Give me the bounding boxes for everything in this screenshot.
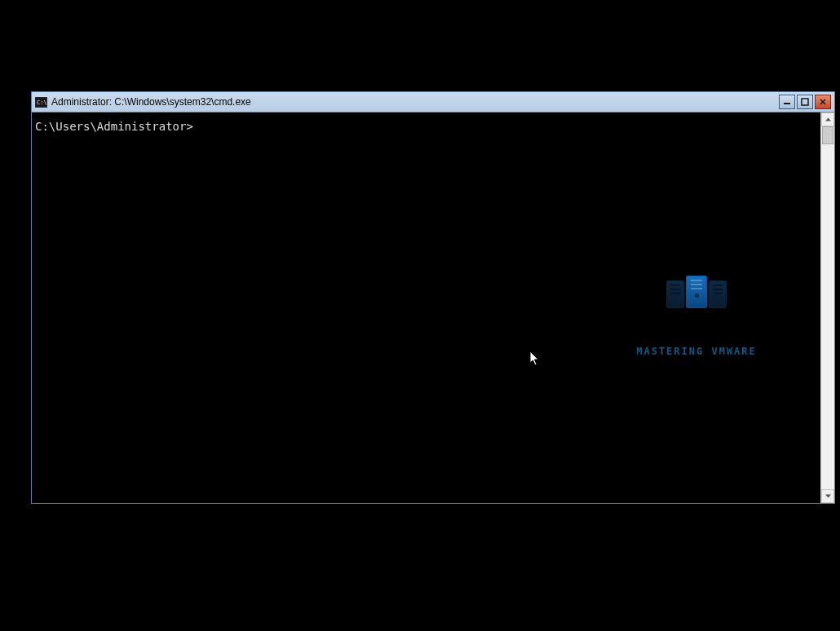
minimize-button[interactable] — [779, 95, 795, 109]
scroll-down-button[interactable] — [821, 489, 834, 503]
mouse-cursor-icon — [461, 336, 472, 352]
maximize-button[interactable] — [797, 95, 813, 109]
minimize-icon — [783, 98, 791, 106]
server-rack-icon — [603, 276, 790, 308]
watermark: MASTERING VMWARE — [603, 246, 790, 388]
titlebar[interactable]: C:\ Administrator: C:\Windows\system32\c… — [32, 92, 834, 113]
scroll-thumb[interactable] — [822, 126, 833, 144]
desktop: C:\ Administrator: C:\Windows\system32\c… — [0, 0, 840, 631]
window-controls — [779, 95, 831, 109]
close-button[interactable] — [815, 95, 831, 109]
scroll-track[interactable] — [821, 126, 834, 489]
close-icon — [819, 98, 827, 106]
chevron-up-icon — [825, 116, 832, 123]
chevron-down-icon — [825, 492, 832, 500]
scroll-up-button[interactable] — [821, 113, 834, 126]
cmd-system-icon[interactable]: C:\ — [35, 97, 47, 108]
terminal-output[interactable]: C:\Users\Administrator> MASTERING VMWARE — [32, 113, 820, 503]
window-title: Administrator: C:\Windows\system32\cmd.e… — [51, 96, 779, 108]
svg-rect-2 — [784, 103, 790, 104]
vertical-scrollbar[interactable] — [820, 113, 834, 503]
prompt: C:\Users\Administrator> — [35, 120, 193, 133]
client-area: C:\Users\Administrator> MASTERING VMWARE — [32, 113, 834, 503]
watermark-text: MASTERING VMWARE — [603, 344, 790, 359]
maximize-icon — [801, 98, 809, 106]
svg-text:C:\: C:\ — [37, 99, 47, 106]
svg-rect-3 — [802, 99, 808, 105]
cmd-window: C:\ Administrator: C:\Windows\system32\c… — [31, 91, 835, 504]
